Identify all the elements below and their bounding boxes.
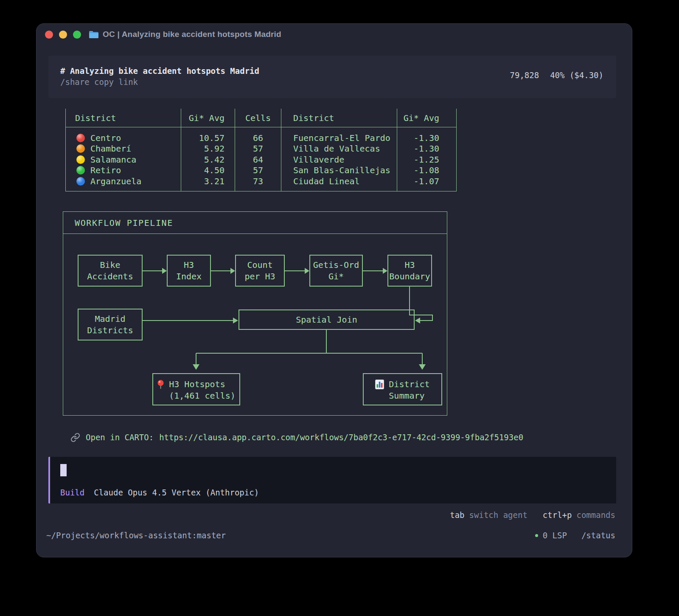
pin-icon: [157, 380, 164, 390]
pipeline-node-getis-ord: Getis-Ord Gi*: [309, 255, 363, 287]
working-directory: ~/Projects/workflows-assistant:master: [46, 531, 226, 540]
link-icon: [70, 433, 80, 442]
table-column-gi-right: Gi* Avg -1.30 -1.30 -1.25 -1.08 -1.07: [397, 109, 457, 191]
pipeline-node-madrid-districts: Madrid Districts: [78, 309, 143, 340]
context-usage: 40% ($4.30): [550, 70, 603, 98]
rank-dot: [76, 155, 85, 164]
status-bar: ~/Projects/workflows-assistant:master 0 …: [46, 531, 615, 540]
lsp-status-dot: [535, 534, 538, 537]
pipeline-node-count-per-h3: Count per H3: [235, 255, 285, 287]
column-header: Cells: [235, 109, 281, 127]
rank-dot: [76, 134, 85, 142]
rank-dot: [76, 166, 85, 174]
table-cell: San Blas-Canillejas: [281, 165, 397, 176]
rank-dot: [76, 144, 85, 153]
input-meta: Build Claude Opus 4.5 Vertex (Anthropic): [60, 488, 259, 497]
model-name: Claude Opus 4.5 Vertex (Anthropic): [94, 488, 259, 497]
pipeline-node-h3-index: H3 Index: [167, 255, 211, 287]
table-cell: 66: [235, 132, 281, 143]
table-column-cells: Cells 66 57 64 57 73: [235, 109, 281, 191]
table-column-district-left: District Centro Chamberí Salamanca Retir…: [65, 109, 181, 191]
prompt-input[interactable]: Build Claude Opus 4.5 Vertex (Anthropic): [48, 457, 616, 503]
token-count: 79,828: [510, 70, 539, 98]
table-column-district-right: District Fuencarral-El Pardo Villa de Va…: [281, 109, 397, 191]
keyboard-hints: tab switch agent ctrl+p commands: [450, 510, 615, 520]
session-title: # Analyzing bike accident hotspots Madri…: [60, 66, 259, 76]
pipeline-node-district-summary: District Summary: [363, 373, 442, 405]
close-button[interactable]: [45, 31, 53, 39]
table-cell: Ciudad Lineal: [281, 176, 397, 187]
table-cell: 3.21: [181, 176, 235, 187]
window-title: OC | Analyzing bike accident hotspots Ma…: [103, 30, 281, 39]
table-cell: Villa de Vallecas: [281, 143, 397, 155]
column-header: District: [281, 109, 397, 127]
agent-mode-badge[interactable]: Build: [60, 488, 84, 497]
column-header: District: [66, 109, 181, 127]
pipeline-node-h3-hotspots: H3 Hotspots (1,461 cells): [152, 373, 240, 405]
table-cell: 4.50: [181, 165, 235, 176]
session-header: # Analyzing bike accident hotspots Madri…: [48, 56, 616, 98]
pipeline-node-spatial-join: Spatial Join: [238, 309, 415, 330]
table-cell: Retiro: [66, 165, 181, 176]
folder-icon: [89, 31, 99, 39]
table-cell: 5.42: [181, 154, 235, 165]
table-cell: Salamanca: [66, 154, 181, 165]
carto-label: Open in CARTO:: [86, 433, 154, 442]
table-cell: -1.30: [397, 143, 456, 155]
column-header: Gi* Avg: [181, 109, 235, 127]
table-cell: -1.08: [397, 165, 456, 176]
session-stats: 79,828 40% ($4.30): [510, 66, 603, 98]
minimize-button[interactable]: [59, 31, 67, 39]
table-cell: Centro: [66, 132, 181, 143]
hotspot-table: District Centro Chamberí Salamanca Retir…: [65, 109, 457, 191]
rank-dot: [76, 177, 85, 186]
table-cell: 73: [235, 176, 281, 187]
column-header: Gi* Avg: [397, 109, 456, 127]
traffic-lights: [45, 31, 81, 39]
text-cursor: [60, 464, 67, 476]
table-cell: 57: [235, 143, 281, 155]
table-cell: 57: [235, 165, 281, 176]
workflow-pipeline-panel: WORKFLOW PIPELINE: [63, 211, 447, 416]
table-cell: Fuencarral-El Pardo: [281, 132, 397, 143]
table-cell: -1.25: [397, 154, 456, 165]
status-command-hint: /status: [581, 531, 615, 540]
table-cell: Villaverde: [281, 154, 397, 165]
table-column-gi-left: Gi* Avg 10.57 5.92 5.42 4.50 3.21: [181, 109, 235, 191]
carto-url[interactable]: https://clausa.app.carto.com/workflows/7…: [159, 433, 523, 442]
pipeline-node-bike-accidents: Bike Accidents: [78, 255, 143, 287]
pipeline-node-h3-boundary: H3 Boundary: [387, 255, 432, 287]
pipeline-title: WORKFLOW PIPELINE: [63, 212, 447, 234]
bar-chart-icon: [375, 380, 384, 389]
hint-switch-agent: tab switch agent: [450, 510, 527, 520]
share-hint[interactable]: /share copy link: [60, 77, 259, 87]
hint-commands: ctrl+p commands: [543, 510, 615, 520]
terminal-window: OC | Analyzing bike accident hotspots Ma…: [36, 23, 632, 557]
zoom-button[interactable]: [73, 31, 81, 39]
table-cell: 64: [235, 154, 281, 165]
table-cell: -1.30: [397, 132, 456, 143]
table-cell: 5.92: [181, 143, 235, 155]
table-cell: -1.07: [397, 176, 456, 187]
table-cell: Chamberí: [66, 143, 181, 155]
table-cell: Arganzuela: [66, 176, 181, 187]
table-cell: 10.57: [181, 132, 235, 143]
titlebar: OC | Analyzing bike accident hotspots Ma…: [36, 24, 632, 45]
lsp-status: 0 LSP: [535, 531, 567, 540]
carto-link-row: Open in CARTO: https://clausa.app.carto.…: [70, 430, 523, 444]
